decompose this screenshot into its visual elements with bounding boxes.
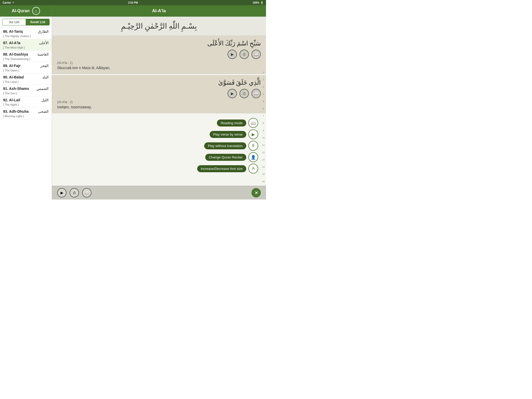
verse-number-11: 11 — [262, 141, 265, 149]
verse-number-2: 2 — [263, 76, 264, 83]
reading-mode-row: Reading mode 📖 — [197, 118, 258, 128]
font-size-row: Increase/Decrease font size A — [197, 164, 258, 174]
font-size-button[interactable]: A — [248, 164, 258, 174]
change-reciter-button[interactable]: 👤 — [248, 152, 258, 162]
surah-row-2: 88. Al-Gashiyaالغاشية — [0, 51, 52, 57]
battery-label: 100% — [252, 1, 259, 4]
surah-name-ar-2: الغاشية — [37, 52, 49, 57]
sidebar-item-1[interactable]: 87. Al-A'laالأعلى[ The Most High ] — [0, 39, 52, 51]
surah-name-en-2: 88. Al-Gashiya — [3, 52, 28, 56]
surah-row-1: 87. Al-A'laالأعلى — [0, 39, 52, 46]
surah-translation-4: [ The Land ] — [0, 80, 52, 85]
change-reciter-label: Change Quran Reciter — [205, 154, 246, 161]
share-button-v1[interactable]: ⎙ — [240, 50, 249, 59]
reading-mode-label: Reading mode — [217, 119, 246, 127]
surah-name-en-0: 86. At-Tariq — [3, 29, 23, 34]
status-time: 2:53 PM — [128, 1, 138, 4]
home-button[interactable]: ⌂ — [32, 7, 40, 15]
surah-title: Al-A'la — [52, 8, 266, 14]
verse-1-arabic: سَبِّحِ اسْمَ رَبِّكَ الأَعْلَى — [57, 40, 261, 47]
surah-name-en-3: 89. Al-Fajr — [3, 64, 21, 68]
sidebar-item-2[interactable]: 88. Al-Gashiyaالغاشية[ The Overwhelming … — [0, 51, 52, 62]
bookmark-button-v1[interactable]: 📖 — [251, 50, 261, 59]
sidebar-item-3[interactable]: 89. Al-Fajrالفجر[ The Dawn ] — [0, 62, 52, 74]
main-container: Juz List Surah List 86. At-Tariqالطارق[ … — [0, 17, 266, 200]
play-button-v1[interactable]: ▶ — [228, 50, 237, 59]
verse-2-translation: Ixelqen, Issemsaway, — [57, 105, 261, 109]
play-no-translation-label: Play without translation — [204, 142, 246, 149]
wifi-icon: ⌔ — [12, 1, 14, 4]
status-right: 100% 🔋 — [252, 1, 263, 4]
verse-number-6: 6 — [263, 105, 264, 112]
surah-name-ar-4: البلد — [42, 75, 49, 79]
surah-row-4: 90. Al-Baladالبلد — [0, 74, 52, 80]
header-left: Al-Quran ⌂ — [0, 7, 52, 15]
bookmark-button-v2[interactable]: 📖 — [251, 89, 261, 98]
verse-number-3: 3 — [263, 83, 264, 90]
sidebar-item-5[interactable]: 91. Ash-Shamsالشمس[ The Sun ] — [0, 85, 52, 96]
verse-1-translation: Sbuccaâ ism n Mass ik, Aâlayan, — [57, 66, 261, 70]
font-size-label: Increase/Decrease font size — [197, 165, 246, 172]
bottom-bar: ▶ ⎙ 📖 ✕ — [52, 186, 266, 200]
bismillah-text: بِسْـمِ اللّٰهِ الرَّحْمٰنِ الرَّحِيْـمِ — [57, 22, 261, 30]
surah-name-en-6: 92. Al-Lail — [3, 98, 20, 102]
play-verse-button[interactable]: ▶ — [248, 129, 258, 139]
share-button-v2[interactable]: ⎙ — [240, 89, 249, 98]
surah-row-3: 89. Al-Fajrالفجر — [0, 62, 52, 69]
verse-number-14: 14 — [262, 163, 265, 170]
close-popup-button[interactable]: ✕ — [251, 188, 261, 197]
play-verse-row: Play verse by verse ▶ — [197, 129, 258, 139]
sidebar-item-4[interactable]: 90. Al-Baladالبلد[ The Land ] — [0, 74, 52, 85]
surah-row-0: 86. At-Tariqالطارق — [0, 28, 52, 34]
surah-name-en-4: 90. Al-Balad — [3, 75, 24, 79]
juz-list-tab[interactable]: Juz List — [2, 19, 26, 25]
verse-2-controls: ▶ ⎙ 📖 — [57, 89, 261, 98]
surah-name-en-7: 93. Adh-Dhuha — [3, 109, 29, 114]
sidebar-item-7[interactable]: 93. Adh-Dhuhaالضحى[ Morning Light ] — [0, 108, 52, 119]
sidebar-list: 86. At-Tariqالطارق[ The Nightly Visitors… — [0, 28, 52, 119]
verse-number-4: 4 — [263, 90, 264, 98]
verse-2-arabic: الَّذِي خَلَقَ فَسَوَّىٰ — [57, 79, 261, 86]
bottom-bookmark-button[interactable]: 📖 — [82, 188, 91, 197]
sidebar-item-6[interactable]: 92. Al-Lailالليل[ The Night ] — [0, 96, 52, 108]
bottom-share-button[interactable]: ⎙ — [70, 188, 79, 197]
surah-translation-2: [ The Overwhelming ] — [0, 57, 52, 62]
verse-number-10: 10 — [262, 134, 265, 141]
surah-list-tab[interactable]: Surah List — [26, 19, 50, 25]
surah-translation-6: [ The Night ] — [0, 103, 52, 108]
verse-number-8: 8 — [263, 119, 264, 127]
tab-buttons: Juz List Surah List — [0, 17, 52, 28]
surah-row-7: 93. Adh-Dhuhaالضحى — [0, 108, 52, 114]
surah-row-6: 92. Al-Lailالليل — [0, 96, 52, 103]
sidebar-item-0[interactable]: 86. At-Tariqالطارق[ The Nightly Visitors… — [0, 28, 52, 39]
play-verse-label: Play verse by verse — [210, 131, 246, 138]
verse-1-ref: (Al-A'la - 1) — [57, 61, 261, 65]
play-no-translation-button[interactable]: 🎙 — [248, 141, 258, 151]
reading-mode-button[interactable]: 📖 — [248, 118, 258, 128]
surah-name-ar-6: الليل — [41, 98, 49, 102]
surah-translation-0: [ The Nightly Visitors ] — [0, 34, 52, 39]
app-header: Al-Quran ⌂ Al-A'la — [0, 5, 266, 17]
verse-number-12: 12 — [262, 149, 265, 156]
surah-translation-3: [ The Dawn ] — [0, 69, 52, 74]
verse-number-13: 13 — [262, 156, 265, 163]
battery-icon: 🔋 — [260, 1, 263, 4]
verse-number-5: 5 — [263, 98, 264, 105]
surah-name-en-5: 91. Ash-Shams — [3, 87, 29, 91]
verse-number-1: 1 — [263, 69, 264, 76]
verse-2-section: الَّذِي خَلَقَ فَسَوَّىٰ ▶ ⎙ 📖 (Al-A'la … — [52, 75, 266, 113]
play-button-v2[interactable]: ▶ — [228, 89, 237, 98]
verse-numbers: 123456789101112131415161718 — [261, 17, 266, 200]
surah-translation-7: [ Morning Light ] — [0, 114, 52, 119]
verse-number-16: 16 — [262, 178, 265, 185]
verse-number-7: 7 — [263, 112, 264, 119]
surah-name-ar-1: الأعلى — [39, 41, 49, 45]
surah-translation-1: [ The Most High ] — [0, 46, 52, 51]
surah-name-ar-7: الضحى — [38, 109, 49, 114]
surah-row-5: 91. Ash-Shamsالشمس — [0, 85, 52, 91]
verse-1-controls: ▶ ⎙ 📖 — [57, 50, 261, 59]
bottom-play-button[interactable]: ▶ — [57, 188, 66, 197]
verse-2-ref: (Al-A'la - 2) — [57, 100, 261, 104]
surah-name-ar-5: الشمس — [37, 87, 49, 91]
surah-name-ar-3: الفجر — [40, 64, 49, 68]
